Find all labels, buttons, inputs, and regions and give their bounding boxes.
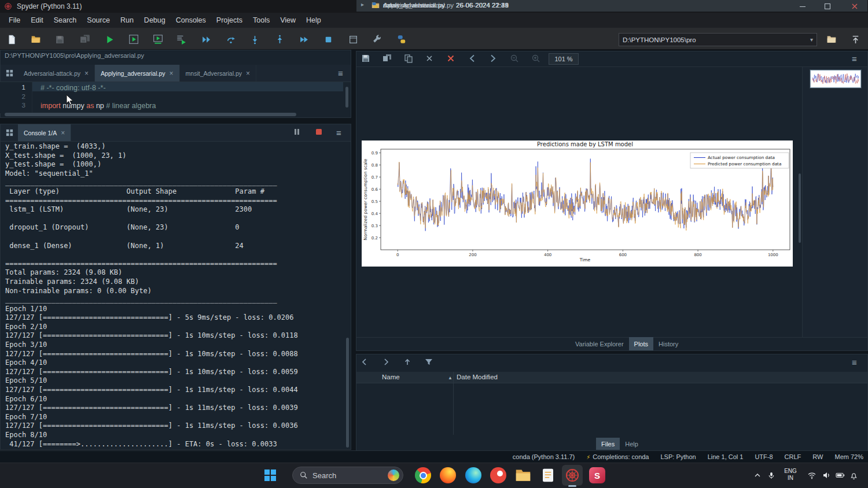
editor-tab[interactable]: Adversarial-attack.py × <box>18 65 95 82</box>
debug-step-over-button[interactable] <box>223 31 239 47</box>
copy-plot-button[interactable] <box>404 54 413 63</box>
debug-stop-button[interactable] <box>320 31 336 47</box>
console-options-menu-icon[interactable]: ≡ <box>336 128 341 137</box>
remove-plot-button[interactable] <box>425 54 434 63</box>
plot-thumbnail[interactable] <box>810 70 861 88</box>
save-plot-button[interactable] <box>361 54 370 63</box>
file-row[interactable]: ▸ mnsit_Adversarial.py 26-06-2024 22:38 <box>356 0 867 12</box>
remove-all-plots-button[interactable] <box>446 54 455 63</box>
status-item[interactable]: UTF-8 <box>755 453 773 460</box>
wifi-icon[interactable] <box>807 470 817 480</box>
volume-icon[interactable] <box>821 470 832 480</box>
editor-vscrollbar[interactable] <box>345 87 348 108</box>
editor-hscrollbar[interactable] <box>5 113 296 116</box>
browse-consoles-button[interactable] <box>1 128 18 137</box>
menu-item[interactable]: View <box>275 13 301 28</box>
files-forward-button[interactable] <box>381 357 391 367</box>
status-item[interactable]: conda (Python 3.11.7) <box>513 453 575 460</box>
status-item[interactable]: CRLF <box>785 453 801 460</box>
browse-tabs-button[interactable] <box>1 69 18 77</box>
status-item[interactable]: LSP: Python <box>661 453 696 460</box>
zoom-level-box[interactable]: 101 % <box>549 53 579 65</box>
save-all-plots-button[interactable] <box>382 54 392 63</box>
maximize-pane-button[interactable] <box>345 31 361 47</box>
close-icon[interactable]: × <box>170 70 174 77</box>
status-item[interactable]: ⚡ Completions: conda <box>586 453 649 460</box>
menu-item[interactable]: Debug <box>139 13 171 28</box>
stop-computation-button[interactable] <box>314 127 323 136</box>
menu-item[interactable]: Source <box>82 13 115 28</box>
menu-item[interactable]: Tools <box>248 13 275 28</box>
parent-directory-button[interactable] <box>847 31 863 47</box>
menu-item[interactable]: Projects <box>211 13 248 28</box>
pane-tab[interactable]: History <box>653 337 683 350</box>
battery-icon[interactable] <box>835 470 845 480</box>
debug-step-into-button[interactable] <box>247 31 263 47</box>
run-file-button[interactable] <box>101 31 117 47</box>
console-output[interactable]: y_train.shape = (4033,) X_test.shape = (… <box>1 142 343 449</box>
debug-step-out-button[interactable] <box>271 31 288 47</box>
menu-item[interactable]: Run <box>115 13 139 28</box>
browse-directory-button[interactable] <box>823 31 840 47</box>
status-item[interactable]: Line 1, Col 1 <box>708 453 744 460</box>
spyder-taskbar-icon[interactable] <box>562 465 583 486</box>
close-icon[interactable]: × <box>84 70 89 77</box>
zoom-in-icon[interactable] <box>531 54 540 63</box>
red-app-icon[interactable] <box>488 465 509 486</box>
menu-item[interactable]: Help <box>301 13 326 28</box>
plots-options-menu-icon[interactable]: ≡ <box>852 54 857 63</box>
close-icon[interactable]: × <box>61 130 65 136</box>
language-indicator[interactable]: ENG IN <box>781 468 800 482</box>
microphone-icon[interactable] <box>766 470 777 480</box>
status-item[interactable]: Mem 72% <box>834 453 863 460</box>
editor-tab[interactable]: Applying_adversarial.py × <box>95 65 180 82</box>
new-file-button[interactable] <box>3 31 20 47</box>
files-up-button[interactable] <box>403 357 412 367</box>
edge-icon[interactable] <box>463 465 484 486</box>
files-filter-button[interactable] <box>424 357 433 367</box>
editor-tab[interactable]: mnsit_Adversarial.py × <box>180 65 256 82</box>
tray-chevron-up-icon[interactable] <box>752 470 763 480</box>
notepad-icon[interactable] <box>538 465 558 486</box>
column-header-date[interactable]: Date Modified <box>457 374 498 380</box>
pane-tab[interactable]: Variable Explorer <box>570 337 629 350</box>
menu-item[interactable]: Consoles <box>171 13 211 28</box>
console-vscrollbar[interactable] <box>346 338 349 448</box>
debug-continue-button[interactable] <box>296 31 312 47</box>
run-selection-button[interactable] <box>173 31 189 47</box>
save-button[interactable] <box>52 31 68 47</box>
column-header-name[interactable]: Name <box>382 374 400 380</box>
status-item[interactable]: RW <box>812 453 823 460</box>
menu-item[interactable]: Edit <box>25 13 49 28</box>
files-options-menu-icon[interactable]: ≡ <box>852 358 857 367</box>
debug-file-button[interactable] <box>198 31 214 47</box>
preferences-button[interactable] <box>369 31 385 47</box>
taskbar-search[interactable]: Search <box>292 467 403 484</box>
menu-item[interactable]: File <box>3 13 25 28</box>
next-plot-button[interactable] <box>488 54 498 63</box>
firefox-icon[interactable] <box>437 465 458 486</box>
pythonpath-manager-button[interactable] <box>393 31 410 47</box>
menu-item[interactable]: Search <box>49 13 82 28</box>
working-directory-combobox[interactable]: D:\PYTHON\PY1005\pro ▾ <box>619 33 817 46</box>
editor-options-menu-icon[interactable]: ≡ <box>338 69 343 77</box>
interrupt-kernel-button[interactable] <box>292 127 301 136</box>
pane-tab[interactable]: Help <box>620 438 643 450</box>
zoom-out-icon[interactable] <box>510 54 519 63</box>
run-cell-advance-button[interactable] <box>150 31 166 47</box>
console-tab[interactable]: Console 1/A × <box>18 124 71 141</box>
s-app-icon[interactable]: S <box>587 465 608 486</box>
start-button[interactable] <box>260 465 281 486</box>
files-back-button[interactable] <box>360 357 369 367</box>
file-explorer-icon[interactable] <box>513 465 534 486</box>
chrome-icon[interactable] <box>413 465 433 486</box>
notification-bell-icon[interactable] <box>848 470 859 480</box>
plots-scrollbar[interactable] <box>799 173 801 243</box>
pane-tab[interactable]: Plots <box>629 337 653 350</box>
run-cell-button[interactable] <box>126 31 142 47</box>
close-icon[interactable]: × <box>246 70 250 77</box>
save-all-button[interactable] <box>77 31 93 47</box>
open-file-button[interactable] <box>28 31 44 47</box>
previous-plot-button[interactable] <box>468 54 477 63</box>
pane-tab[interactable]: Files <box>596 438 620 450</box>
